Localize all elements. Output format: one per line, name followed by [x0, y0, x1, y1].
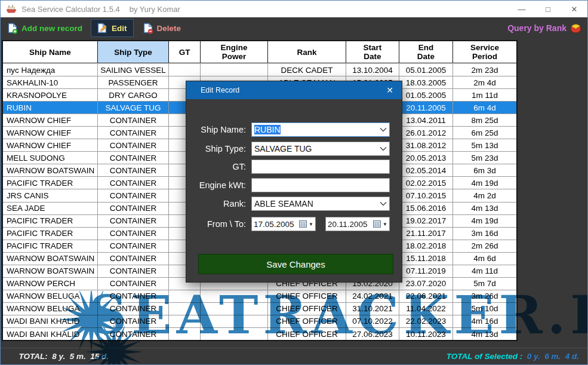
cell-service-period: 5m 10d — [453, 303, 516, 315]
cell-ship-name: пус Надежда — [3, 64, 98, 76]
chevron-down-icon — [380, 127, 387, 132]
cell-engine-power — [201, 64, 268, 76]
cell-ship-type: SAILING VESSEL — [98, 64, 169, 76]
chevron-down-icon — [380, 201, 387, 206]
column-header-service-period[interactable]: Service Period — [453, 41, 516, 63]
cell-ship-name: WADI BANI KHALID — [3, 328, 98, 340]
column-header-ship-name[interactable]: Ship Name — [3, 41, 98, 63]
column-header-start-date[interactable]: Start Date — [346, 41, 399, 63]
cell-service-period: 5m 23d — [453, 152, 516, 164]
cell-ship-type: CONTAINER — [98, 328, 169, 340]
cell-end-date: 21.11.2017 — [399, 228, 453, 240]
cell-rank: CHIEF OFFICER — [268, 315, 346, 327]
column-header-engine-power[interactable]: Engine Power — [201, 41, 268, 63]
from-date-picker[interactable]: 17.05.2005 ▼ — [251, 217, 316, 231]
cell-service-period: 4m 19d — [453, 215, 516, 227]
status-bar: TOTAL: 8 y. 5 m. 15 d. TOTAL of Selected… — [1, 348, 587, 364]
cell-start-date: 27.06.2023 — [346, 328, 399, 340]
cell-end-date: 02.05.2014 — [399, 164, 453, 176]
query-by-rank-label: Query by Rank — [507, 23, 567, 33]
cell-ship-type: CONTAINER — [98, 127, 169, 139]
from-date-value: 17.05.2005 — [254, 220, 294, 229]
cell-rank: CHIEF OFFICER — [268, 290, 346, 302]
cell-service-period: 3m 16d — [453, 228, 516, 240]
cell-ship-type: CONTAINER — [98, 215, 169, 227]
cell-ship-type: CONTAINER — [98, 265, 169, 277]
app-title: Sea Service Calculator 1.5.4 — [21, 5, 120, 14]
cell-ship-name: JRS CANIS — [3, 189, 98, 201]
ship-type-value: SALVAGE TUG — [254, 144, 312, 154]
table-row[interactable]: WADI BANI KHALIDCONTAINERCHIEF OFFICER07… — [3, 315, 516, 328]
cell-service-period: 3m 26d — [453, 290, 516, 302]
maximize-button[interactable]: □ — [535, 1, 561, 17]
delete-button[interactable]: Delete — [137, 19, 187, 37]
cell-end-date: 15.06.2016 — [399, 203, 453, 214]
edit-record-icon — [97, 23, 108, 34]
cell-end-date: 22.06.2021 — [399, 290, 453, 302]
minimize-button[interactable]: — — [509, 1, 535, 17]
cell-end-date: 01.05.2005 — [399, 89, 453, 101]
total-label: TOTAL: — [19, 352, 48, 361]
cell-service-period: 1m 11d — [453, 89, 516, 101]
rank-combobox[interactable]: ABLE SEAMAN — [251, 197, 390, 211]
save-changes-label: Save Changes — [266, 259, 325, 269]
cell-ship-name: WARNOW PERCH — [3, 278, 98, 290]
cell-ship-type: CONTAINER — [98, 114, 169, 126]
cell-ship-name: MELL SUDONG — [3, 152, 98, 164]
column-header-end-date[interactable]: End Date — [399, 41, 453, 63]
cell-service-period: 4m 16d — [453, 315, 516, 327]
title-bar: Sea Service Calculator 1.5.4 by Yury Kom… — [1, 1, 587, 17]
to-date-picker[interactable]: 20.11.2005 ▼ — [325, 217, 390, 231]
add-new-record-button[interactable]: Add new record — [2, 19, 88, 37]
cell-ship-name: SEA JADE — [3, 203, 98, 214]
cell-service-period: 2m 23d — [453, 64, 516, 76]
cell-end-date: 20.11.2005 — [399, 102, 453, 114]
table-row[interactable]: WARNOW BELUGACONTAINERCHIEF OFFICER31.10… — [3, 303, 516, 315]
cell-end-date: 26.01.2012 — [399, 127, 453, 139]
cell-ship-type: CONTAINER — [98, 228, 169, 240]
cell-ship-name: WARNOW BOATSWAIN — [3, 164, 98, 176]
table-row[interactable]: пус НадеждаSAILING VESSELDECK CADET13.10… — [3, 64, 516, 76]
cell-ship-type: CONTAINER — [98, 152, 169, 164]
dialog-close-icon[interactable]: ✕ — [386, 85, 393, 95]
toolbar: Add new record Edit Delete Query by Rank — [1, 17, 587, 39]
ship-app-icon — [6, 4, 17, 14]
cell-ship-type: CONTAINER — [98, 315, 169, 327]
cell-rank: DECK CADET — [268, 64, 346, 76]
add-new-record-label: Add new record — [21, 24, 82, 33]
cell-engine-power — [201, 303, 268, 315]
cell-ship-type: CONTAINER — [98, 240, 169, 252]
table-row[interactable]: WARNOW BELUGACONTAINERCHIEF OFFICER24.02… — [3, 290, 516, 303]
cell-ship-name: WARNOW BOATSWAIN — [3, 265, 98, 277]
total-value: 8 y. 5 m. 15 d. — [48, 352, 109, 361]
cell-ship-type: CONTAINER — [98, 177, 169, 189]
cell-service-period: 5m 7d — [453, 278, 516, 290]
total-selected-value: 0 y. 6 m. 4 d. — [522, 352, 579, 361]
cell-service-period: 6m 3d — [453, 164, 516, 176]
ship-name-combobox[interactable]: RUBIN — [251, 122, 390, 137]
chevron-down-icon — [380, 146, 387, 151]
table-row[interactable]: WADI BANI KHALIDCONTAINERCHIEF OFFICER27… — [3, 328, 516, 340]
save-changes-button[interactable]: Save Changes — [198, 254, 393, 274]
cell-end-date: 10.11.2023 — [399, 328, 453, 340]
edit-button[interactable]: Edit — [91, 19, 134, 37]
cell-ship-type: CONTAINER — [98, 164, 169, 176]
column-header-ship-type[interactable]: Ship Type — [98, 41, 169, 63]
cell-engine-power — [201, 315, 268, 327]
ship-name-value: RUBIN — [254, 125, 281, 134]
app-title-author: by Yury Komar — [130, 5, 180, 14]
cell-ship-type: CONTAINER — [98, 139, 169, 151]
ship-name-label: Ship Name: — [186, 122, 246, 137]
query-by-rank-button[interactable]: Query by Rank — [507, 23, 581, 33]
close-button[interactable]: ✕ — [561, 1, 587, 17]
cell-ship-name: PACIFIC TRADER — [3, 228, 98, 240]
cell-ship-type: CONTAINER — [98, 203, 169, 214]
cell-ship-type: CONTAINER — [98, 189, 169, 201]
engine-kwt-input[interactable] — [251, 178, 390, 192]
gt-input[interactable] — [251, 160, 390, 174]
cell-service-period: 8m 25d — [453, 114, 516, 126]
ship-type-combobox[interactable]: SALVAGE TUG — [251, 142, 390, 156]
column-header-gt[interactable]: GT — [169, 41, 201, 63]
column-header-rank[interactable]: Rank — [268, 41, 346, 63]
rank-label: Rank: — [186, 197, 246, 211]
